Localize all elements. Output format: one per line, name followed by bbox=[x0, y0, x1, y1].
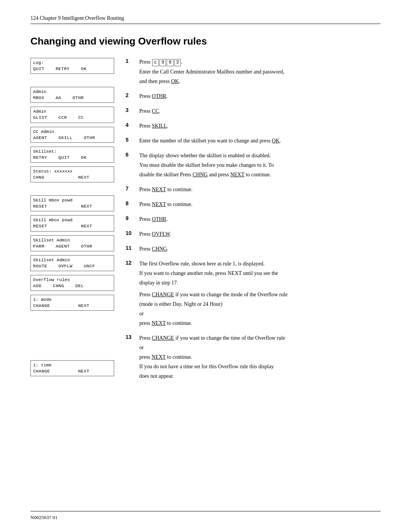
step-2-content: Press OTHR. bbox=[139, 92, 381, 102]
chng-ref-6: CHNG bbox=[193, 172, 208, 177]
key-8: 8 bbox=[167, 59, 173, 66]
screen-skill-mbox-2-line2: RESET NEXT bbox=[33, 223, 112, 229]
step-1-line2: Enter the Call Center Administrator Mail… bbox=[139, 68, 381, 76]
step-7: 7 Press NEXT to continue. bbox=[126, 185, 381, 195]
screen-cc-admin-line2: AGENT SKILL OTHR bbox=[33, 135, 112, 141]
othr-ref-2: OTHR bbox=[152, 93, 166, 99]
next-ref-12: NEXT bbox=[151, 320, 166, 326]
chng-ref-11: CHNG bbox=[152, 246, 167, 252]
screen-status-line1: Status: xxxxxxx bbox=[33, 168, 112, 174]
step-13-line2: or bbox=[139, 343, 381, 351]
content-area: Log: QUIT RETRY OK Admin MBOX AA OTHR Ad… bbox=[30, 58, 381, 387]
step-3-content: Press CC. bbox=[139, 107, 381, 117]
step-12-note-line1: Press CHANGE if you want to change the m… bbox=[139, 291, 381, 299]
step-4: 4 Press SKILL. bbox=[126, 122, 381, 131]
header-text: 124 Chapter 9 Intelligent Overflow Routi… bbox=[30, 15, 124, 21]
step-6-line3: disable the skillset Press CHNG and pres… bbox=[139, 171, 381, 179]
screen-skillset-admin-route-line2: ROUTE OVFLW UNCF bbox=[33, 263, 112, 269]
screen-mode: 1: mode CHANGE NEXT bbox=[30, 295, 114, 311]
screen-mode-line1: 1: mode bbox=[33, 297, 112, 303]
step-8-line1: Press NEXT to continue. bbox=[139, 200, 381, 208]
step-12-number: 12 bbox=[126, 260, 135, 266]
step-12: 12 The first Overflow rule, shown here a… bbox=[126, 260, 381, 329]
step-9: 9 Press OTHR. bbox=[126, 215, 381, 225]
screen-skillset-line2: RETRY QUIT OK bbox=[33, 155, 112, 161]
step-1: 1 Press c983. Enter the Call Center Admi… bbox=[126, 58, 381, 87]
screen-skillset-admin-parm-line1: Skillset Admin bbox=[33, 237, 112, 243]
step-10-line1: Press OVFLW. bbox=[139, 230, 381, 238]
screen-status: Status: xxxxxxx CHNG NEXT bbox=[30, 166, 114, 182]
step-1-number: 1 bbox=[126, 58, 135, 64]
step-13-line4: If you do not have a time set for this O… bbox=[139, 363, 381, 371]
next-ref-13: NEXT bbox=[151, 354, 166, 360]
step-7-number: 7 bbox=[126, 185, 135, 192]
step-13: 13 Press CHANGE if you want to change th… bbox=[126, 334, 381, 382]
step-13-line5: does not appear. bbox=[139, 372, 381, 380]
ovflw-ref: OVFLW bbox=[152, 231, 170, 237]
step-10-content: Press OVFLW. bbox=[139, 230, 381, 240]
step-1-line1: Press c983. bbox=[139, 58, 381, 66]
screen-skill-mbox-2: Skill mbox pswd RESET NEXT bbox=[30, 215, 114, 231]
screen-time-line1: 1: time bbox=[33, 362, 112, 368]
step-12-content: The first Overflow rule, shown here as r… bbox=[139, 260, 381, 329]
screen-cc-admin-line1: CC Admin bbox=[33, 129, 112, 135]
step-13-number: 13 bbox=[126, 334, 135, 340]
step-8: 8 Press NEXT to continue. bbox=[126, 200, 381, 210]
ok-ref-5: OK bbox=[272, 138, 279, 144]
screen-skillset-admin-parm-line2: PARM AGENT OTHR bbox=[33, 243, 112, 249]
step-1-line3: and then press OK. bbox=[139, 77, 381, 85]
step-2-number: 2 bbox=[126, 92, 135, 98]
step-6-content: The display shows whether the skillset i… bbox=[139, 152, 381, 180]
screen-admin-glist-line2: GLIST CCR CC bbox=[33, 115, 112, 121]
next-ref-8: NEXT bbox=[152, 201, 166, 207]
screen-log-line2: QUIT RETRY OK bbox=[33, 66, 112, 72]
screen-cc-admin: CC Admin AGENT SKILL OTHR bbox=[30, 127, 114, 143]
step-11-line1: Press CHNG. bbox=[139, 245, 381, 253]
screen-status-line2: CHNG NEXT bbox=[33, 174, 112, 181]
screen-overflow-rules: Overflow rules ADD CHNG DEL bbox=[30, 275, 114, 291]
step-12-note-line3: or bbox=[139, 310, 381, 318]
cc-ref: CC bbox=[152, 108, 159, 114]
screen-log-line1: Log: bbox=[33, 60, 112, 66]
step-11-number: 11 bbox=[126, 245, 135, 251]
step-3: 3 Press CC. bbox=[126, 107, 381, 117]
step-9-content: Press OTHR. bbox=[139, 215, 381, 225]
step-2-line1: Press OTHR. bbox=[139, 92, 381, 100]
screen-mode-line2: CHANGE NEXT bbox=[33, 303, 112, 309]
step-6-number: 6 bbox=[126, 152, 135, 158]
screen-skill-mbox-1: Skill mbox pswd RESET NEXT bbox=[30, 195, 114, 211]
step-9-line1: Press OTHR. bbox=[139, 215, 381, 223]
step-9-number: 9 bbox=[126, 215, 135, 221]
step-13-line3: press NEXT to continue. bbox=[139, 353, 381, 361]
step-8-number: 8 bbox=[126, 200, 135, 206]
step-6-line1: The display shows whether the skillset i… bbox=[139, 152, 381, 160]
screen-skill-mbox-1-line2: RESET NEXT bbox=[33, 203, 112, 209]
step-1-content: Press c983. Enter the Call Center Admini… bbox=[139, 58, 381, 87]
step-4-line1: Press SKILL. bbox=[139, 122, 381, 130]
chapter-title: Changing and viewing Overflow rules bbox=[30, 35, 381, 47]
step-5-number: 5 bbox=[126, 137, 135, 143]
step-3-line1: Press CC. bbox=[139, 107, 381, 115]
step-3-number: 3 bbox=[126, 107, 135, 113]
key-3: 3 bbox=[174, 59, 181, 66]
step-12-note: Press CHANGE if you want to change the m… bbox=[139, 291, 381, 327]
page-footer: N0025637 01 bbox=[30, 511, 381, 521]
next-ref-7: NEXT bbox=[152, 187, 166, 192]
step-4-content: Press SKILL. bbox=[139, 122, 381, 131]
screen-skillset-admin-parm: Skillset Admin PARM AGENT OTHR bbox=[30, 235, 114, 251]
step-11-content: Press CHNG. bbox=[139, 245, 381, 254]
screen-admin-mbox-line1: Admin bbox=[33, 89, 112, 95]
change-ref-13: CHANGE bbox=[152, 335, 174, 341]
step-10-number: 10 bbox=[126, 230, 135, 236]
screens-column: Log: QUIT RETRY OK Admin MBOX AA OTHR Ad… bbox=[30, 58, 114, 376]
step-7-line1: Press NEXT to continue. bbox=[139, 185, 381, 193]
screen-overflow-rules-line2: ADD CHNG DEL bbox=[33, 283, 112, 289]
step-5: 5 Enter the number of the skillset you w… bbox=[126, 137, 381, 146]
screen-admin-mbox-line2: MBOX AA OTHR bbox=[33, 95, 112, 101]
key-c: c bbox=[152, 59, 159, 66]
screen-admin-mbox: Admin MBOX AA OTHR bbox=[30, 87, 114, 103]
screen-skillset: Skillset: RETRY QUIT OK bbox=[30, 147, 114, 163]
othr-ref-9: OTHR bbox=[152, 216, 166, 222]
step-5-line1: Enter the number of the skillset you wan… bbox=[139, 137, 381, 145]
ok-ref: OK bbox=[171, 78, 179, 84]
